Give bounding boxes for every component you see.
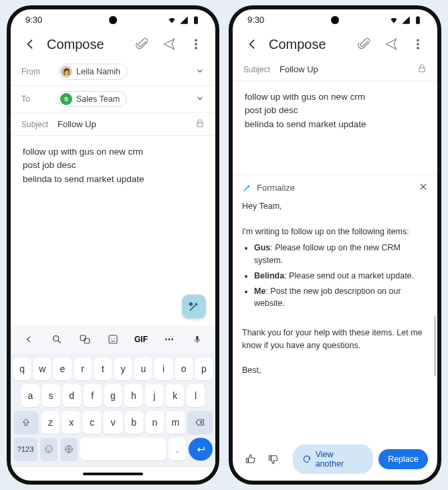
from-row[interactable]: From 👩 Leila Namih	[11, 58, 215, 86]
kb-sticker-icon[interactable]	[102, 329, 124, 349]
key-row: ?123 .	[13, 438, 213, 461]
symbols-key[interactable]: ?123	[13, 438, 37, 461]
subject-value: Follow Up	[58, 119, 96, 129]
backspace-key[interactable]	[187, 411, 213, 434]
from-name: Leila Namih	[76, 67, 120, 76]
avatar-icon: 👩	[60, 66, 72, 78]
kb-translate-icon[interactable]	[74, 329, 96, 349]
view-another-button[interactable]: View another	[293, 444, 373, 474]
avatar-icon: S	[60, 93, 72, 105]
attach-button[interactable]	[132, 34, 152, 54]
panel-greeting: Hey Team,	[242, 200, 428, 213]
list-item: Belinda: Please send out a market update…	[254, 270, 428, 282]
subject-label: Subject	[21, 120, 52, 129]
svg-point-8	[114, 338, 114, 339]
back-button[interactable]	[242, 34, 262, 54]
panel-title: Formalize	[257, 183, 295, 193]
chevron-down-icon[interactable]	[195, 66, 205, 78]
send-button[interactable]	[381, 34, 401, 54]
key[interactable]: y	[114, 357, 132, 380]
key[interactable]: i	[154, 357, 172, 380]
kb-collapse-button[interactable]	[17, 329, 40, 349]
panel-signoff: Best,	[242, 364, 428, 377]
body-line: post job desc	[23, 159, 203, 172]
page-title: Compose	[269, 37, 348, 52]
key[interactable]: a	[21, 384, 39, 407]
svg-rect-9	[196, 336, 199, 341]
key[interactable]: g	[104, 384, 122, 407]
key[interactable]: o	[175, 357, 193, 380]
key[interactable]: h	[124, 384, 142, 407]
keyboard[interactable]: q w e r t y u i o p a s d f g h j k l z	[11, 353, 215, 467]
key[interactable]: n	[146, 411, 164, 434]
phone-left: 9:30 Compose From 👩 Leila Namih	[7, 5, 219, 485]
to-chip[interactable]: S Sales Team	[58, 91, 127, 107]
key[interactable]: t	[94, 357, 112, 380]
attach-button[interactable]	[354, 34, 374, 54]
space-key[interactable]	[80, 438, 166, 461]
kb-search-icon[interactable]	[45, 329, 68, 349]
key[interactable]: m	[166, 411, 185, 434]
to-row[interactable]: To S Sales Team	[11, 86, 215, 113]
compose-body[interactable]: follow up with gus on new crm post job d…	[233, 81, 437, 175]
magic-pen-icon	[242, 183, 251, 193]
cell-signal-icon	[179, 15, 189, 25]
key[interactable]: b	[125, 411, 143, 434]
svg-point-15	[417, 44, 419, 46]
key[interactable]: l	[187, 384, 205, 407]
back-button[interactable]	[20, 34, 40, 54]
compose-body[interactable]: follow up with gus on new crm post job d…	[11, 136, 215, 325]
subject-row[interactable]: Subject Follow Up	[233, 58, 437, 81]
list-item: Gus: Please follow up on the new CRM sys…	[254, 242, 428, 267]
scrollbar[interactable]	[434, 316, 436, 376]
emoji-key[interactable]	[40, 438, 58, 461]
from-chip[interactable]: 👩 Leila Namih	[58, 64, 128, 80]
key[interactable]: e	[53, 357, 71, 380]
kb-mic-icon[interactable]	[186, 329, 209, 349]
key[interactable]: x	[62, 411, 80, 434]
key[interactable]: r	[74, 357, 92, 380]
battery-icon	[191, 15, 201, 25]
key[interactable]: s	[42, 384, 60, 407]
keyboard-toolbar: GIF ⋯	[11, 325, 215, 353]
thumbs-up-button[interactable]	[242, 451, 259, 468]
key[interactable]: d	[63, 384, 81, 407]
magic-compose-button[interactable]	[182, 295, 206, 319]
lock-icon	[417, 64, 427, 75]
svg-point-10	[45, 446, 53, 453]
lang-key[interactable]	[60, 438, 78, 461]
svg-point-3	[53, 336, 59, 341]
replace-button[interactable]: Replace	[378, 449, 428, 469]
panel-body: Hey Team, I'm writing to follow up on th…	[242, 200, 428, 434]
thumbs-down-button[interactable]	[265, 451, 282, 468]
key[interactable]: u	[134, 357, 152, 380]
svg-point-2	[195, 47, 197, 49]
chevron-down-icon[interactable]	[195, 94, 205, 105]
body-line: belinda to send market update	[245, 118, 425, 131]
status-time: 9:30	[25, 15, 42, 25]
more-button[interactable]	[408, 34, 428, 54]
send-button[interactable]	[159, 34, 179, 54]
key[interactable]: j	[145, 384, 163, 407]
more-button[interactable]	[186, 34, 206, 54]
period-key[interactable]: .	[169, 438, 186, 461]
kb-more-icon[interactable]: ⋯	[158, 329, 181, 349]
key[interactable]: f	[84, 384, 102, 407]
body-line: follow up with gus on new crm	[23, 145, 203, 159]
key[interactable]: z	[41, 411, 60, 434]
key[interactable]: k	[166, 384, 184, 407]
key[interactable]: q	[13, 357, 31, 380]
key[interactable]: v	[104, 411, 122, 434]
kb-gif-button[interactable]: GIF	[130, 329, 152, 349]
page-title: Compose	[47, 37, 126, 52]
lock-icon	[195, 118, 205, 130]
key[interactable]: w	[33, 357, 51, 380]
shift-key[interactable]	[13, 411, 39, 434]
key[interactable]: p	[195, 357, 213, 380]
enter-key[interactable]	[189, 438, 213, 461]
svg-rect-6	[109, 335, 117, 343]
close-button[interactable]	[419, 182, 428, 193]
key[interactable]: c	[83, 411, 101, 434]
nav-gesture-bar[interactable]	[11, 467, 215, 481]
subject-row[interactable]: Subject Follow Up	[11, 113, 215, 136]
